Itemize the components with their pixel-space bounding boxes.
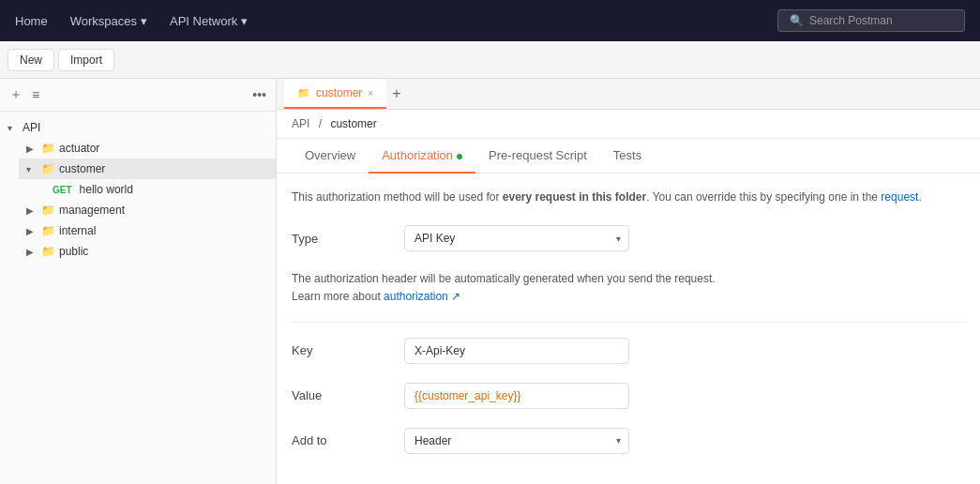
folder-icon: 📁 [41,245,55,258]
sidebar-item-label: management [59,204,125,217]
tab-label: customer [316,86,362,99]
get-method-badge: GET [53,185,72,195]
add-tab-button[interactable]: + [386,82,406,106]
content-tab-authorization[interactable]: Authorization [369,139,475,174]
chevron-down-icon: ▾ [8,123,19,133]
chevron-down-icon: ▾ [26,164,38,174]
folder-icon: 📁 [41,204,55,217]
divider [292,322,965,323]
sidebar-item-actuator[interactable]: ▶ 📁 actuator [19,138,276,159]
request-link[interactable]: request [881,190,918,204]
chevron-down-icon: ▾ [241,14,248,28]
breadcrumb-current: customer [330,117,376,130]
sidebar-item-label: customer [59,162,105,175]
sidebar: ＋ ≡ ••• ▾ API ▶ 📁 actuator ▾ [0,79,277,484]
type-label: Type [292,232,404,246]
search-input[interactable] [809,14,953,27]
sidebar-item-label: public [59,245,88,258]
key-row: Key [292,338,965,364]
breadcrumb-parent: API [292,117,309,130]
content-tab-tests[interactable]: Tests [600,139,655,174]
sidebar-item-internal[interactable]: ▶ 📁 internal [19,220,276,241]
sidebar-item-label: hello world [80,183,133,196]
add-to-control: Header Query Params ▾ [404,428,629,454]
value-row: Value [292,383,965,409]
value-label: Value [292,388,404,402]
sidebar-item-customer[interactable]: ▾ 📁 customer [19,159,276,179]
sidebar-root-api[interactable]: ▾ API [0,115,276,138]
folder-icon: 📁 [41,162,55,175]
content-tab-overview[interactable]: Overview [292,139,369,174]
type-section: Type API Key Bearer Token Basic Auth OAu… [292,225,965,251]
authorization-link[interactable]: authorization ↗ [384,290,460,303]
sidebar-api-children: ▶ 📁 actuator ▾ 📁 customer GET hello worl… [0,138,276,262]
customer-children: GET hello world [19,179,276,200]
content-tab-pre-request[interactable]: Pre-request Script [475,139,600,174]
toolbar: New Import [0,41,980,79]
chevron-right-icon: ▶ [26,205,38,216]
sidebar-item-public[interactable]: ▶ 📁 public [19,241,276,262]
sidebar-header: ＋ ≡ ••• [0,79,276,112]
type-select-wrapper[interactable]: API Key Bearer Token Basic Auth OAuth 2.… [404,225,629,251]
chevron-down-icon: ▾ [141,14,147,28]
tab-customer[interactable]: 📁 customer × [284,79,386,109]
breadcrumb-separator: / [319,117,322,130]
more-options-button[interactable]: ••• [250,85,268,104]
add-collection-button[interactable]: ＋ [8,84,24,105]
sidebar-root-label: API [23,121,40,134]
content-area: 📁 customer × + API / customer Overview A… [277,79,980,484]
value-input[interactable] [404,383,629,409]
nav-api-network[interactable]: API Network ▾ [170,14,248,28]
add-to-select[interactable]: Header Query Params [405,429,628,453]
folder-icon: 📁 [297,87,310,99]
authorization-info: This authorization method will be used f… [292,189,965,206]
content-tabs: Overview Authorization Pre-request Scrip… [277,139,980,174]
sidebar-item-management[interactable]: ▶ 📁 management [19,200,276,220]
breadcrumb: API / customer [277,110,980,139]
chevron-right-icon: ▶ [26,144,38,154]
tabs-bar: 📁 customer × + [277,79,980,110]
add-to-label: Add to [292,433,404,447]
search-bar[interactable]: 🔍 [777,9,965,32]
type-control: API Key Bearer Token Basic Auth OAuth 2.… [404,225,629,251]
sidebar-item-label: internal [59,224,96,237]
type-row: Type API Key Bearer Token Basic Auth OAu… [292,225,965,251]
active-dot [457,154,462,159]
nav-workspaces[interactable]: Workspaces ▾ [70,14,147,28]
search-icon: 🔍 [790,14,804,27]
folder-icon: 📁 [41,224,55,237]
nav-home[interactable]: Home [15,14,48,28]
sidebar-tree: ▾ API ▶ 📁 actuator ▾ 📁 customer [0,112,276,265]
chevron-right-icon: ▶ [26,226,38,236]
sidebar-item-label: actuator [59,142,99,155]
filter-button[interactable]: ≡ [30,85,41,104]
add-to-select-wrapper[interactable]: Header Query Params ▾ [404,428,629,454]
content-body: This authorization method will be used f… [277,174,980,484]
key-input[interactable] [404,338,629,364]
top-nav: Home Workspaces ▾ API Network ▾ 🔍 [0,0,980,41]
key-label: Key [292,343,404,357]
type-select[interactable]: API Key Bearer Token Basic Auth OAuth 2.… [405,226,628,250]
chevron-right-icon: ▶ [26,247,38,257]
main-layout: ＋ ≡ ••• ▾ API ▶ 📁 actuator ▾ [0,79,980,484]
close-icon[interactable]: × [368,88,373,98]
folder-icon: 📁 [41,142,55,155]
import-button[interactable]: Import [58,49,114,71]
sidebar-item-hello-world[interactable]: GET hello world [45,179,276,200]
auth-sub-info: The authorization header will be automat… [292,270,965,306]
add-to-row: Add to Header Query Params ▾ [292,428,965,454]
new-button[interactable]: New [8,49,54,71]
